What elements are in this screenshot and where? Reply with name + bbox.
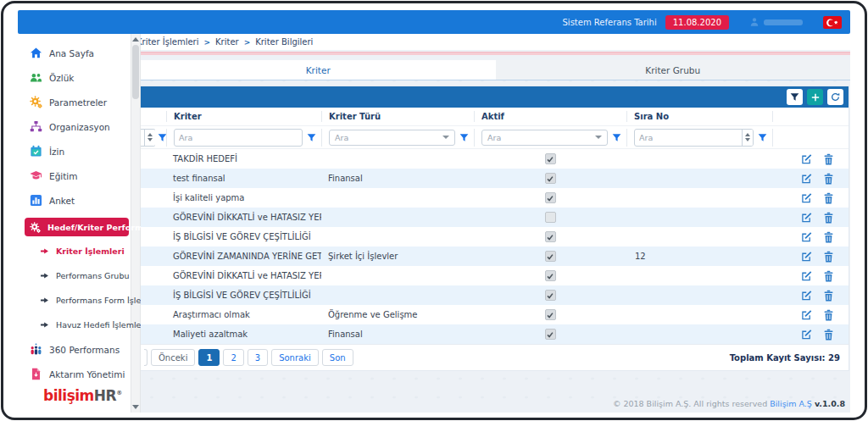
delete-button[interactable] bbox=[823, 153, 834, 165]
user-area[interactable] bbox=[749, 17, 803, 27]
aktif-checkbox[interactable] bbox=[545, 231, 556, 242]
company-link[interactable]: Bilişim A.Ş bbox=[770, 399, 812, 408]
delete-button[interactable] bbox=[823, 329, 834, 341]
kriter-turu-filter-select[interactable]: Ara bbox=[329, 130, 455, 146]
delete-button[interactable] bbox=[823, 212, 834, 224]
sidebar-item-performans-grubu[interactable]: Performans Grubu bbox=[40, 269, 131, 283]
sidebar-item-egitim[interactable]: Eğitim bbox=[30, 169, 131, 183]
aktif-checkbox[interactable] bbox=[545, 173, 556, 184]
sidebar-item-hedef-kriter-performans[interactable]: Hedef/Kriter Performans bbox=[25, 218, 129, 236]
system-reference-date[interactable]: 11.08.2020 bbox=[665, 15, 729, 30]
breadcrumb-item[interactable]: Kriter Bilgileri bbox=[255, 37, 313, 47]
table-row[interactable]: Maliyeti azaltmakFinansal bbox=[141, 324, 849, 344]
scroll-up-icon[interactable] bbox=[132, 37, 139, 42]
page-button-3[interactable]: 3 bbox=[248, 349, 268, 366]
spinner-icon[interactable] bbox=[742, 130, 753, 146]
funnel-icon[interactable] bbox=[612, 133, 621, 142]
sidebar-item-izin[interactable]: İzin bbox=[30, 144, 131, 158]
funnel-icon[interactable] bbox=[758, 133, 767, 142]
column-header-kriter[interactable]: Kriter bbox=[166, 111, 321, 122]
scroll-down-icon[interactable] bbox=[132, 405, 139, 409]
aktif-filter-select[interactable]: Ara bbox=[481, 130, 608, 146]
breadcrumb-item[interactable]: Kriter İşlemleri bbox=[141, 37, 198, 47]
funnel-icon[interactable] bbox=[307, 133, 316, 142]
table-row[interactable]: TAKDİR HEDEFİ bbox=[141, 149, 849, 169]
delete-button[interactable] bbox=[823, 192, 834, 204]
prev-page-button[interactable]: Önceki bbox=[151, 349, 195, 366]
app-window: Sistem Referans Tarihi 11.08.2020 Ana Sa… bbox=[1, 1, 867, 420]
delete-button[interactable] bbox=[823, 251, 834, 263]
delete-button[interactable] bbox=[823, 173, 834, 185]
funnel-icon[interactable] bbox=[459, 133, 469, 142]
home-icon bbox=[30, 47, 42, 59]
cell-kriter: GÖREVİNİ DİKKATLİ ve HATASIZ YERİNE GETİ… bbox=[166, 208, 321, 227]
sidebar-item-ozluk[interactable]: Özlük bbox=[30, 70, 131, 85]
breadcrumb-item[interactable]: Kriter bbox=[215, 37, 239, 47]
sidebar-item-label: Anket bbox=[49, 196, 75, 206]
tab-kriter-grubu[interactable]: Kriter Grubu bbox=[496, 60, 851, 80]
cell-kriter-turu bbox=[321, 149, 474, 169]
delete-button[interactable] bbox=[823, 309, 834, 321]
sidebar-item-parametreler[interactable]: Parametreler bbox=[30, 95, 131, 109]
edit-button[interactable] bbox=[801, 270, 812, 282]
filter-button[interactable] bbox=[787, 89, 803, 105]
scrollbar-thumb[interactable] bbox=[132, 45, 139, 99]
aktif-checkbox[interactable] bbox=[545, 153, 556, 164]
edit-button[interactable] bbox=[801, 173, 812, 185]
table-row[interactable]: İŞ BİLGİSİ VE GÖREV ÇEŞİTLİLİĞİ bbox=[141, 285, 849, 305]
arrow-icon bbox=[40, 247, 49, 256]
spinner-icon[interactable] bbox=[144, 130, 155, 146]
column-header-aktif[interactable]: Aktif bbox=[474, 111, 626, 122]
edit-button[interactable] bbox=[801, 231, 812, 243]
edit-button[interactable] bbox=[801, 290, 812, 302]
tab-kriter[interactable]: Kriter bbox=[141, 60, 496, 80]
aktif-checkbox[interactable] bbox=[545, 329, 556, 340]
next-page-button[interactable]: Sonraki bbox=[271, 349, 319, 366]
page-button-2[interactable]: 2 bbox=[223, 349, 243, 366]
aktif-checkbox[interactable] bbox=[545, 290, 556, 301]
table-row[interactable]: Araştırmacı olmakÖğrenme ve Gelişme bbox=[141, 305, 849, 324]
edit-button[interactable] bbox=[801, 309, 812, 321]
cell-kriter-turu: Finansal bbox=[321, 324, 474, 344]
first-page-button[interactable] bbox=[144, 349, 147, 366]
sidebar-item-havuz-hedefi-islemleri[interactable]: Havuz Hedefi İşlemleri bbox=[40, 318, 131, 332]
aktif-checkbox[interactable] bbox=[545, 192, 556, 203]
aktif-checkbox[interactable] bbox=[545, 212, 556, 223]
turkish-flag-icon[interactable] bbox=[823, 16, 842, 29]
cell-sira-no bbox=[626, 285, 772, 305]
edit-button[interactable] bbox=[801, 329, 812, 341]
aktif-checkbox[interactable] bbox=[545, 251, 556, 262]
edit-button[interactable] bbox=[801, 192, 812, 204]
column-header-sira-no[interactable]: Sıra No bbox=[626, 111, 772, 122]
edit-button[interactable] bbox=[801, 251, 812, 263]
aktif-checkbox[interactable] bbox=[545, 309, 556, 320]
sidebar-item-360-performans[interactable]: 360 Performans bbox=[30, 342, 131, 357]
table-row[interactable]: GÖREVİNİ DİKKATLİ ve HATASIZ YERİNE GETİ… bbox=[141, 208, 849, 227]
page-footer: © 2018 Bilişim A.Ş. All rights reserved … bbox=[613, 399, 845, 408]
delete-button[interactable] bbox=[823, 290, 834, 302]
delete-button[interactable] bbox=[823, 270, 834, 282]
table-row[interactable]: GÖREVİNİ ZAMANINDA YERİNE GETİRMEŞirket … bbox=[141, 247, 849, 266]
sidebar-item-ana-sayfa[interactable]: Ana Sayfa bbox=[30, 46, 131, 60]
aktif-checkbox[interactable] bbox=[545, 270, 556, 281]
refresh-button[interactable] bbox=[827, 89, 843, 105]
edit-button[interactable] bbox=[801, 212, 812, 224]
sidebar-item-kriter-islemleri[interactable]: Kriter İşlemleri bbox=[40, 244, 131, 258]
sidebar-item-organizasyon[interactable]: Organizasyon bbox=[30, 119, 131, 134]
sidebar-item-aktarim-yonetimi[interactable]: Aktarım Yönetimi bbox=[30, 367, 131, 381]
add-button[interactable] bbox=[807, 89, 823, 105]
sira-no-filter-input[interactable] bbox=[635, 131, 742, 144]
sidebar-item-performans-form-islemleri[interactable]: Performans Form İşlemleri bbox=[40, 293, 131, 307]
edit-button[interactable] bbox=[801, 153, 812, 165]
column-header-kriter-turu[interactable]: Kriter Türü bbox=[321, 111, 474, 122]
sidebar-item-anket[interactable]: Anket bbox=[30, 193, 131, 208]
kriter-filter-input[interactable] bbox=[175, 131, 302, 144]
table-row[interactable]: İŞ BİLGİSİ VE GÖREV ÇEŞİTLİLİĞİ bbox=[141, 227, 849, 247]
table-row[interactable]: GÖREVİNİ DİKKATLİ ve HATASIZ YERİNE GETİ… bbox=[141, 266, 849, 285]
arrow-icon bbox=[40, 271, 49, 280]
table-row[interactable]: test finansalFinansal bbox=[141, 169, 849, 188]
delete-button[interactable] bbox=[823, 231, 834, 243]
page-button-1[interactable]: 1 bbox=[198, 349, 220, 366]
table-row[interactable]: İşi kaliteli yapma bbox=[141, 188, 849, 208]
last-page-button[interactable]: Son bbox=[322, 349, 353, 366]
